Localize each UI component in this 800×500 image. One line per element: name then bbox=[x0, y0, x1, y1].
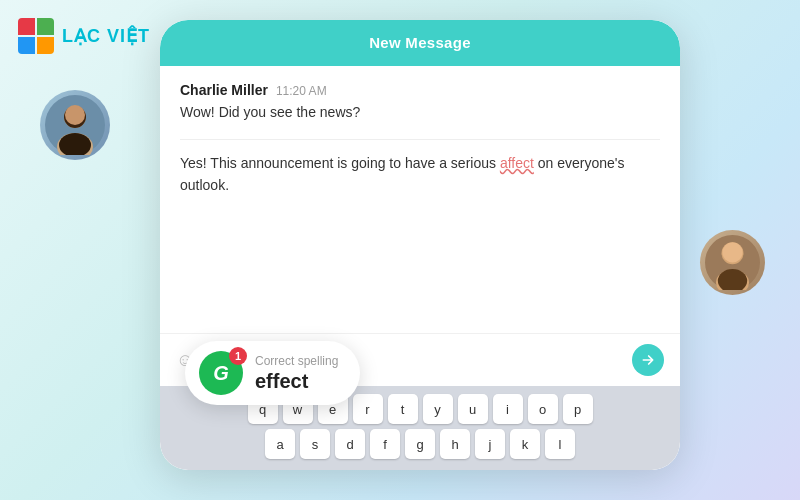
key-j[interactable]: j bbox=[475, 429, 505, 459]
key-y[interactable]: y bbox=[423, 394, 453, 424]
logo-text: LẠC VIỆT bbox=[62, 25, 150, 47]
svg-point-9 bbox=[722, 242, 742, 262]
key-d[interactable]: d bbox=[335, 429, 365, 459]
key-p[interactable]: p bbox=[563, 394, 593, 424]
misspelled-word: affect bbox=[500, 155, 534, 171]
logo-area: LẠC VIỆT bbox=[18, 18, 150, 54]
suggestion-label: Correct spelling bbox=[255, 354, 338, 368]
phone-header: New Message bbox=[160, 20, 680, 66]
logo-cell-blue bbox=[18, 37, 35, 54]
keyboard-row-2: a s d f g h j k l bbox=[166, 429, 674, 459]
key-l[interactable]: l bbox=[545, 429, 575, 459]
avatar-charlie-image bbox=[45, 95, 105, 155]
logo-cell-green bbox=[37, 18, 54, 35]
key-s[interactable]: s bbox=[300, 429, 330, 459]
chat-divider bbox=[180, 139, 660, 140]
key-r[interactable]: r bbox=[353, 394, 383, 424]
message-meta: Charlie Miller 11:20 AM bbox=[180, 82, 660, 98]
key-i[interactable]: i bbox=[493, 394, 523, 424]
key-u[interactable]: u bbox=[458, 394, 488, 424]
message-text: Wow! Did you see the news? bbox=[180, 102, 660, 123]
grammarly-badge: 1 bbox=[229, 347, 247, 365]
send-button[interactable] bbox=[632, 344, 664, 376]
suggestion-bubble[interactable]: G 1 Correct spelling effect bbox=[185, 341, 360, 405]
key-h[interactable]: h bbox=[440, 429, 470, 459]
key-f[interactable]: f bbox=[370, 429, 400, 459]
header-title: New Message bbox=[369, 34, 471, 51]
received-message: Charlie Miller 11:20 AM Wow! Did you see… bbox=[180, 82, 660, 123]
avatar-user-image bbox=[705, 235, 760, 290]
key-a[interactable]: a bbox=[265, 429, 295, 459]
chat-area: Charlie Miller 11:20 AM Wow! Did you see… bbox=[160, 66, 680, 333]
logo-cell-red bbox=[18, 18, 35, 35]
svg-point-4 bbox=[65, 105, 85, 125]
user-message: Yes! This announcement is going to have … bbox=[180, 152, 660, 197]
key-g[interactable]: g bbox=[405, 429, 435, 459]
avatar-charlie bbox=[40, 90, 110, 160]
sender-name: Charlie Miller bbox=[180, 82, 268, 98]
message-time: 11:20 AM bbox=[276, 84, 327, 98]
grammarly-g-letter: G bbox=[213, 362, 229, 385]
key-o[interactable]: o bbox=[528, 394, 558, 424]
grammarly-icon: G 1 bbox=[199, 351, 243, 395]
logo-icon bbox=[18, 18, 54, 54]
key-k[interactable]: k bbox=[510, 429, 540, 459]
suggestion-content: Correct spelling effect bbox=[255, 354, 338, 393]
logo-cell-orange bbox=[37, 37, 54, 54]
avatar-user bbox=[700, 230, 765, 295]
user-message-before: Yes! This announcement is going to have … bbox=[180, 155, 500, 171]
key-t[interactable]: t bbox=[388, 394, 418, 424]
suggestion-word: effect bbox=[255, 370, 338, 393]
